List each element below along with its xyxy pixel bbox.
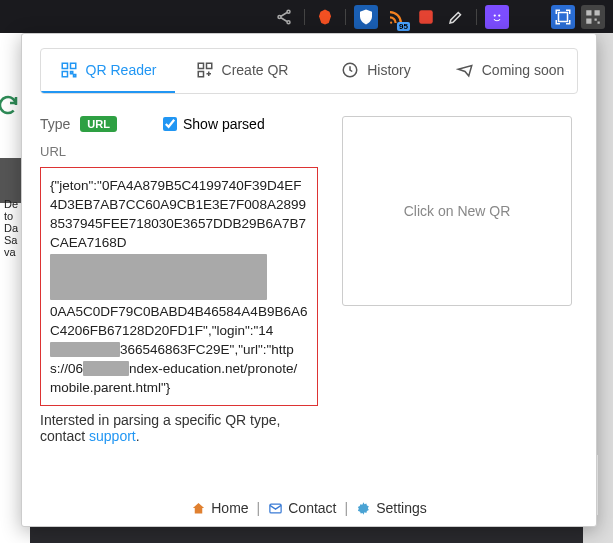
popup-footer: Home | Contact | Settings: [40, 492, 578, 516]
mail-icon: [268, 501, 283, 516]
gear-icon: [356, 501, 371, 516]
svg-rect-7: [586, 10, 591, 15]
tab-label: History: [367, 62, 411, 78]
svg-rect-6: [559, 12, 568, 21]
qr-placeholder-text: Click on New QR: [404, 203, 511, 219]
svg-rect-8: [595, 10, 600, 15]
type-badge: URL: [80, 116, 117, 132]
svg-rect-15: [70, 72, 72, 74]
svg-point-2: [287, 20, 290, 23]
bitwarden-icon[interactable]: [354, 5, 378, 29]
qr-extension-popup: QR Reader Create QR History Coming soon …: [21, 33, 597, 527]
svg-point-4: [494, 14, 496, 16]
share-icon[interactable]: [272, 5, 296, 29]
footer-home[interactable]: Home: [191, 500, 248, 516]
tab-history[interactable]: History: [309, 49, 443, 93]
svg-rect-14: [62, 72, 67, 77]
todoist-icon[interactable]: [414, 5, 438, 29]
qr-preview-box[interactable]: Click on New QR: [342, 116, 572, 306]
type-label: Type: [40, 116, 70, 132]
reload-icon: [0, 93, 20, 117]
footer-contact[interactable]: Contact: [268, 500, 336, 516]
svg-rect-13: [70, 63, 75, 68]
svg-rect-10: [595, 18, 597, 20]
url-heading: URL: [40, 144, 318, 159]
frame-icon[interactable]: [551, 5, 575, 29]
brave-icon[interactable]: [313, 5, 337, 29]
browser-toolbar: 95: [0, 0, 613, 33]
smile-icon[interactable]: [485, 5, 509, 29]
show-parsed-label: Show parsed: [183, 116, 265, 132]
home-icon: [191, 501, 206, 516]
svg-rect-19: [198, 72, 203, 77]
tab-create-qr[interactable]: Create QR: [175, 49, 309, 93]
tab-qr-reader[interactable]: QR Reader: [41, 49, 175, 93]
tab-label: Create QR: [222, 62, 289, 78]
redacted-inline: [50, 342, 120, 357]
qr-payload-box[interactable]: {"jeton":"0FA4A879B5C4199740F39D4EF4D3EB…: [40, 167, 318, 406]
tab-label: Coming soon: [482, 62, 565, 78]
redacted-inline: [83, 361, 129, 376]
svg-point-1: [278, 15, 281, 18]
svg-point-0: [287, 10, 290, 13]
svg-rect-18: [206, 63, 211, 68]
svg-rect-17: [198, 63, 203, 68]
rss-badge: 95: [397, 22, 410, 31]
interest-note: Intersted in parsing a specific QR type,…: [40, 412, 318, 444]
rss-icon[interactable]: 95: [384, 5, 408, 29]
qr-extension-icon[interactable]: [581, 5, 605, 29]
show-parsed-checkbox[interactable]: [163, 117, 177, 131]
svg-rect-9: [586, 18, 591, 23]
show-parsed-toggle[interactable]: Show parsed: [163, 116, 265, 132]
svg-rect-11: [598, 21, 600, 23]
edit-icon[interactable]: [444, 5, 468, 29]
footer-settings[interactable]: Settings: [356, 500, 427, 516]
svg-point-5: [498, 14, 500, 16]
tab-coming-soon[interactable]: Coming soon: [443, 49, 577, 93]
svg-rect-12: [62, 63, 67, 68]
support-link[interactable]: support: [89, 428, 136, 444]
tab-bar: QR Reader Create QR History Coming soon: [40, 48, 578, 94]
svg-rect-3: [419, 10, 433, 24]
tab-label: QR Reader: [86, 62, 157, 78]
redacted-block: [50, 254, 267, 300]
svg-rect-16: [73, 75, 75, 77]
